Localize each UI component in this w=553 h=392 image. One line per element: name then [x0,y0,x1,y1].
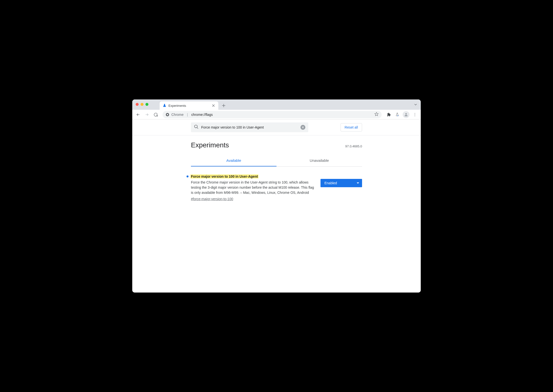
flag-text: Force major version to 100 in User-Agent… [191,174,315,201]
svg-point-2 [398,115,398,116]
titlebar: Experiments [132,99,421,110]
tab-available[interactable]: Available [191,155,276,166]
tab-strip: Available Unavailable [191,155,362,167]
header-row: Experiments 97.0.4685.0 [191,141,362,149]
toolbar: Chrome | chrome://flags [132,110,421,120]
clear-search-icon[interactable] [300,125,305,130]
reload-button[interactable] [152,111,160,119]
browser-window: Experiments Chrome | chrome://flag [132,99,421,293]
svg-point-3 [405,113,407,115]
flag-state-select[interactable]: Enabled [321,179,362,187]
omnibox-separator: | [187,113,188,117]
forward-button[interactable] [143,111,151,119]
labs-flask-icon[interactable] [393,111,401,119]
tab-title: Experiments [168,104,210,108]
flask-icon [163,104,166,108]
close-tab-icon[interactable] [211,104,215,108]
chevron-down-icon[interactable] [414,103,417,107]
flag-description: Force the Chrome major version in the Us… [191,180,315,195]
maximize-window-button[interactable] [145,103,148,106]
page-body: Experiments 97.0.4685.0 Available Unavai… [132,135,421,207]
search-icon [194,124,199,130]
flag-title-row: Force major version to 100 in User-Agent [187,174,315,178]
flag-title: Force major version to 100 in User-Agent [190,174,258,178]
search-input[interactable] [201,125,298,129]
flag-row: Force major version to 100 in User-Agent… [191,174,362,201]
content-area: Reset all Experiments 97.0.4685.0 Availa… [132,120,421,293]
svg-point-1 [167,114,168,115]
omnibox-label: Chrome [171,113,184,117]
minimize-window-button[interactable] [141,103,144,106]
new-tab-button[interactable] [220,102,227,109]
back-button[interactable] [134,111,142,119]
omnibox[interactable]: Chrome | chrome://flags [163,111,382,118]
svg-point-6 [415,116,415,116]
svg-point-7 [195,125,198,128]
modified-dot-icon [187,175,188,177]
search-wrap [191,122,308,132]
kebab-menu-icon[interactable] [411,111,419,119]
profile-avatar[interactable] [402,111,410,119]
search-bar-row: Reset all [132,120,421,135]
reset-all-button[interactable]: Reset all [341,123,362,131]
svg-point-4 [415,113,415,113]
extensions-icon[interactable] [385,111,392,119]
tab-unavailable[interactable]: Unavailable [276,155,362,166]
chrome-icon [166,113,169,117]
flag-anchor-link[interactable]: #force-major-version-to-100 [191,197,233,201]
traffic-lights [136,103,148,106]
svg-point-5 [415,114,415,115]
flag-select-wrap: Enabled [321,179,362,187]
bookmark-star-icon[interactable] [374,112,379,117]
version-label: 97.0.4685.0 [345,144,362,148]
close-window-button[interactable] [136,103,139,106]
omnibox-url: chrome://flags [191,113,213,117]
page-title: Experiments [191,141,229,149]
browser-tab[interactable]: Experiments [160,101,218,110]
